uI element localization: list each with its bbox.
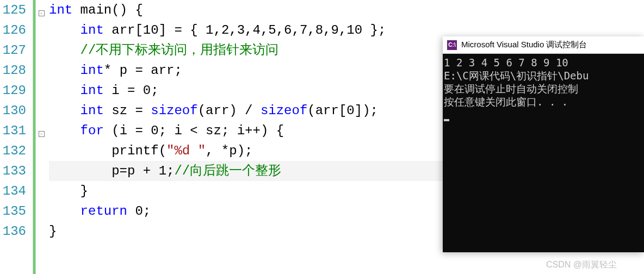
line-number: 131 — [0, 121, 26, 141]
console-line: E:\C网课代码\初识指针\Debu — [444, 69, 643, 82]
debug-console-window: C:\ Microsoft Visual Studio 调试控制台 1 2 3 … — [443, 36, 644, 252]
line-number: 126 — [0, 20, 26, 40]
console-cursor — [444, 119, 449, 121]
code-line[interactable]: int main() { — [49, 0, 644, 20]
watermark: CSDN @雨翼轻尘 — [546, 259, 617, 271]
line-number: 135 — [0, 201, 26, 221]
line-number: 133 — [0, 161, 26, 181]
vs-icon: C:\ — [447, 40, 457, 50]
line-number-gutter: 125126127128129130131132133134135136 — [0, 0, 33, 274]
line-number: 128 — [0, 60, 26, 80]
line-number: 125 — [0, 0, 26, 20]
console-line: 1 2 3 4 5 6 7 8 9 10 — [444, 56, 643, 69]
console-titlebar[interactable]: C:\ Microsoft Visual Studio 调试控制台 — [443, 36, 644, 54]
line-number: 130 — [0, 101, 26, 121]
line-number: 127 — [0, 40, 26, 60]
console-line: 要在调试停止时自动关闭控制 — [444, 82, 643, 95]
console-output[interactable]: 1 2 3 4 5 6 7 8 9 10E:\C网课代码\初识指针\Debu要在… — [443, 54, 644, 252]
line-number: 136 — [0, 221, 26, 241]
line-number: 129 — [0, 80, 26, 101]
console-title: Microsoft Visual Studio 调试控制台 — [461, 40, 587, 50]
fold-column: -- — [36, 0, 47, 274]
console-line: 按任意键关闭此窗口. . . — [444, 95, 643, 108]
line-number: 132 — [0, 141, 26, 161]
fold-toggle-icon[interactable]: - — [39, 10, 45, 16]
line-number: 134 — [0, 181, 26, 201]
fold-toggle-icon[interactable]: - — [39, 131, 45, 137]
